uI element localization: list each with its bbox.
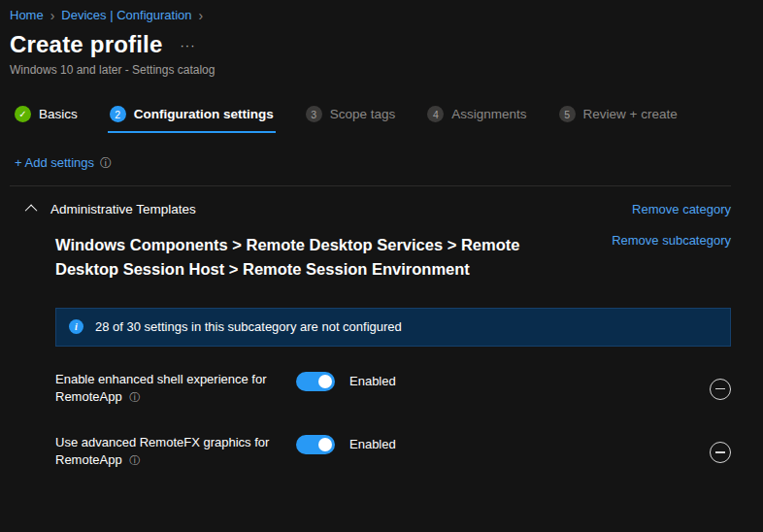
chevron-right-icon: › bbox=[199, 9, 204, 22]
step-number-badge: 4 bbox=[427, 106, 444, 122]
category-header: Administrative Templates Remove category bbox=[10, 202, 731, 216]
remove-subcategory-link[interactable]: Remove subcategory bbox=[612, 233, 731, 248]
tab-review-create[interactable]: 5 Review + create bbox=[559, 106, 678, 133]
step-number-badge: 5 bbox=[559, 106, 576, 122]
remove-setting-button[interactable] bbox=[710, 379, 731, 400]
toggle-remotefx-graphics[interactable] bbox=[296, 435, 335, 454]
subcategory-header: Windows Components > Remote Desktop Serv… bbox=[55, 233, 731, 282]
section-divider bbox=[10, 185, 731, 186]
toggle-state-label: Enabled bbox=[349, 374, 396, 388]
minus-icon bbox=[715, 451, 725, 453]
category-title: Administrative Templates bbox=[50, 202, 196, 216]
chevron-up-icon[interactable] bbox=[25, 205, 38, 217]
add-settings-row: + Add settings ⓘ bbox=[10, 155, 731, 170]
step-number-badge: 3 bbox=[306, 106, 322, 122]
tab-label: Review + create bbox=[583, 107, 678, 121]
create-profile-page: Home › Devices | Configuration › Create … bbox=[0, 0, 763, 524]
info-icon[interactable]: ⓘ bbox=[129, 391, 140, 403]
breadcrumb: Home › Devices | Configuration › bbox=[10, 8, 731, 22]
page-subtitle: Windows 10 and later - Settings catalog bbox=[10, 63, 731, 77]
page-title: Create profile bbox=[10, 31, 163, 58]
tab-scope-tags[interactable]: 3 Scope tags bbox=[306, 106, 396, 133]
setting-value: Enabled bbox=[296, 435, 396, 454]
toggle-state-label: Enabled bbox=[349, 437, 396, 451]
more-options-icon[interactable]: ··· bbox=[181, 38, 196, 52]
toggle-knob bbox=[318, 375, 332, 388]
info-banner-text: 28 of 30 settings in this subcategory ar… bbox=[95, 319, 402, 334]
setting-label: Enable enhanced shell experience for Rem… bbox=[55, 371, 296, 406]
tab-label: Assignments bbox=[451, 107, 526, 121]
info-icon[interactable]: ⓘ bbox=[100, 157, 112, 169]
wizard-steps: ✓ Basics 2 Configuration settings 3 Scop… bbox=[10, 106, 731, 133]
tab-basics[interactable]: ✓ Basics bbox=[15, 106, 78, 133]
subcategory-path: Windows Components > Remote Desktop Serv… bbox=[55, 233, 565, 282]
setting-row: Use advanced RemoteFX graphics for Remot… bbox=[55, 434, 731, 469]
tab-label: Basics bbox=[39, 107, 78, 121]
remove-setting-button[interactable] bbox=[710, 442, 731, 463]
tab-label: Configuration settings bbox=[134, 107, 274, 121]
setting-label-text: Use advanced RemoteFX graphics for Remot… bbox=[55, 435, 269, 467]
minus-icon bbox=[715, 388, 725, 390]
setting-value: Enabled bbox=[296, 372, 396, 391]
info-icon: i bbox=[69, 319, 83, 334]
info-banner: i 28 of 30 settings in this subcategory … bbox=[55, 308, 731, 347]
breadcrumb-home[interactable]: Home bbox=[10, 8, 44, 22]
remove-category-link[interactable]: Remove category bbox=[632, 202, 731, 216]
setting-label: Use advanced RemoteFX graphics for Remot… bbox=[55, 434, 296, 469]
step-number-badge: 2 bbox=[110, 106, 126, 122]
chevron-right-icon: › bbox=[50, 9, 55, 22]
tab-configuration-settings[interactable]: 2 Configuration settings bbox=[110, 106, 274, 133]
toggle-enhanced-shell-experience[interactable] bbox=[296, 372, 335, 391]
tab-assignments[interactable]: 4 Assignments bbox=[427, 106, 526, 133]
title-row: Create profile ··· bbox=[10, 31, 731, 58]
tab-label: Scope tags bbox=[330, 107, 396, 121]
check-icon: ✓ bbox=[15, 106, 31, 122]
breadcrumb-devices-configuration[interactable]: Devices | Configuration bbox=[61, 8, 191, 22]
toggle-knob bbox=[318, 438, 332, 451]
setting-row: Enable enhanced shell experience for Rem… bbox=[55, 371, 731, 406]
setting-label-text: Enable enhanced shell experience for Rem… bbox=[55, 372, 267, 404]
add-settings-link[interactable]: + Add settings bbox=[15, 155, 94, 170]
info-icon[interactable]: ⓘ bbox=[129, 454, 140, 466]
